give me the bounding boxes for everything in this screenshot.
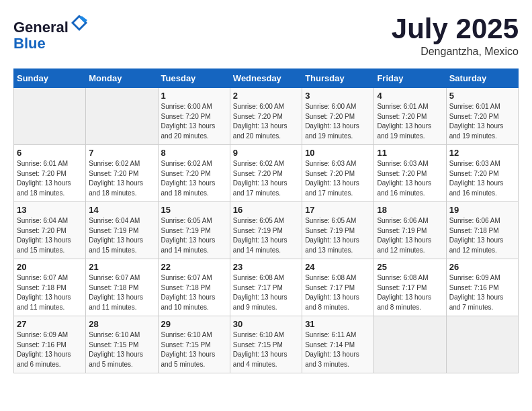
day-info: Sunrise: 6:02 AM Sunset: 7:20 PM Dayligh…: [233, 159, 299, 198]
weekday-label: Wednesday: [230, 69, 302, 88]
day-info: Sunrise: 6:02 AM Sunset: 7:20 PM Dayligh…: [89, 159, 154, 198]
day-info: Sunrise: 6:03 AM Sunset: 7:20 PM Dayligh…: [377, 159, 443, 198]
calendar-cell: 20Sunrise: 6:07 AM Sunset: 7:18 PM Dayli…: [14, 259, 86, 316]
day-number: 25: [377, 262, 443, 272]
calendar-cell: 12Sunrise: 6:03 AM Sunset: 7:20 PM Dayli…: [446, 145, 518, 202]
calendar-cell: 9Sunrise: 6:02 AM Sunset: 7:20 PM Daylig…: [230, 145, 302, 202]
calendar-cell: 30Sunrise: 6:10 AM Sunset: 7:15 PM Dayli…: [230, 316, 302, 373]
day-info: Sunrise: 6:01 AM Sunset: 7:20 PM Dayligh…: [449, 102, 515, 141]
day-number: 1: [161, 91, 227, 101]
calendar-cell: 18Sunrise: 6:06 AM Sunset: 7:19 PM Dayli…: [374, 202, 446, 259]
day-number: 29: [161, 319, 227, 329]
day-info: Sunrise: 6:07 AM Sunset: 7:18 PM Dayligh…: [161, 273, 227, 312]
weekday-label: Thursday: [302, 69, 374, 88]
calendar-cell: 3Sunrise: 6:00 AM Sunset: 7:20 PM Daylig…: [302, 88, 374, 145]
day-info: Sunrise: 6:10 AM Sunset: 7:15 PM Dayligh…: [161, 330, 227, 369]
day-info: Sunrise: 6:05 AM Sunset: 7:19 PM Dayligh…: [305, 216, 371, 255]
calendar-cell: 7Sunrise: 6:02 AM Sunset: 7:20 PM Daylig…: [86, 145, 158, 202]
logo-icon: [70, 13, 89, 32]
calendar-cell: 24Sunrise: 6:08 AM Sunset: 7:17 PM Dayli…: [302, 259, 374, 316]
calendar-table: SundayMondayTuesdayWednesdayThursdayFrid…: [13, 68, 519, 373]
day-info: Sunrise: 6:01 AM Sunset: 7:20 PM Dayligh…: [17, 159, 83, 198]
calendar-cell: 16Sunrise: 6:05 AM Sunset: 7:19 PM Dayli…: [230, 202, 302, 259]
day-info: Sunrise: 6:08 AM Sunset: 7:17 PM Dayligh…: [233, 273, 299, 312]
day-number: 4: [377, 91, 443, 101]
day-number: 3: [305, 91, 371, 101]
month-title: July 2025: [392, 13, 519, 44]
calendar-cell: [14, 88, 86, 145]
day-number: 2: [233, 91, 299, 101]
logo-blue: Blue: [13, 35, 46, 52]
day-info: Sunrise: 6:06 AM Sunset: 7:18 PM Dayligh…: [449, 216, 515, 255]
day-info: Sunrise: 6:08 AM Sunset: 7:17 PM Dayligh…: [305, 273, 371, 312]
day-number: 27: [17, 319, 83, 329]
calendar-cell: 26Sunrise: 6:09 AM Sunset: 7:16 PM Dayli…: [446, 259, 518, 316]
calendar-cell: 10Sunrise: 6:03 AM Sunset: 7:20 PM Dayli…: [302, 145, 374, 202]
calendar-week-row: 20Sunrise: 6:07 AM Sunset: 7:18 PM Dayli…: [14, 259, 519, 316]
day-info: Sunrise: 6:00 AM Sunset: 7:20 PM Dayligh…: [161, 102, 227, 141]
weekday-header-row: SundayMondayTuesdayWednesdayThursdayFrid…: [14, 69, 519, 88]
day-number: 12: [449, 148, 515, 158]
day-number: 6: [17, 148, 83, 158]
calendar-week-row: 6Sunrise: 6:01 AM Sunset: 7:20 PM Daylig…: [14, 145, 519, 202]
logo-general: General: [13, 19, 69, 36]
day-number: 17: [305, 205, 371, 215]
day-info: Sunrise: 6:09 AM Sunset: 7:16 PM Dayligh…: [17, 330, 83, 369]
day-info: Sunrise: 6:00 AM Sunset: 7:20 PM Dayligh…: [233, 102, 299, 141]
day-number: 8: [161, 148, 227, 158]
weekday-label: Sunday: [14, 69, 86, 88]
weekday-label: Saturday: [446, 69, 518, 88]
day-info: Sunrise: 6:07 AM Sunset: 7:18 PM Dayligh…: [17, 273, 83, 312]
day-number: 28: [89, 319, 154, 329]
calendar-cell: 17Sunrise: 6:05 AM Sunset: 7:19 PM Dayli…: [302, 202, 374, 259]
day-info: Sunrise: 6:02 AM Sunset: 7:20 PM Dayligh…: [161, 159, 227, 198]
calendar-cell: 8Sunrise: 6:02 AM Sunset: 7:20 PM Daylig…: [158, 145, 230, 202]
day-number: 11: [377, 148, 443, 158]
day-number: 22: [161, 262, 227, 272]
day-info: Sunrise: 6:00 AM Sunset: 7:20 PM Dayligh…: [305, 102, 371, 141]
calendar-week-row: 13Sunrise: 6:04 AM Sunset: 7:20 PM Dayli…: [14, 202, 519, 259]
day-info: Sunrise: 6:08 AM Sunset: 7:17 PM Dayligh…: [377, 273, 443, 312]
day-info: Sunrise: 6:03 AM Sunset: 7:20 PM Dayligh…: [305, 159, 371, 198]
day-info: Sunrise: 6:05 AM Sunset: 7:19 PM Dayligh…: [233, 216, 299, 255]
day-number: 5: [449, 91, 515, 101]
calendar-cell: 15Sunrise: 6:05 AM Sunset: 7:19 PM Dayli…: [158, 202, 230, 259]
calendar-cell: 25Sunrise: 6:08 AM Sunset: 7:17 PM Dayli…: [374, 259, 446, 316]
day-info: Sunrise: 6:07 AM Sunset: 7:18 PM Dayligh…: [89, 273, 154, 312]
calendar-week-row: 27Sunrise: 6:09 AM Sunset: 7:16 PM Dayli…: [14, 316, 519, 373]
day-info: Sunrise: 6:11 AM Sunset: 7:14 PM Dayligh…: [305, 330, 371, 369]
calendar-cell: 23Sunrise: 6:08 AM Sunset: 7:17 PM Dayli…: [230, 259, 302, 316]
day-number: 31: [305, 319, 371, 329]
day-number: 13: [17, 205, 83, 215]
day-number: 14: [89, 205, 154, 215]
day-info: Sunrise: 6:06 AM Sunset: 7:19 PM Dayligh…: [377, 216, 443, 255]
calendar-cell: 5Sunrise: 6:01 AM Sunset: 7:20 PM Daylig…: [446, 88, 518, 145]
calendar-cell: 27Sunrise: 6:09 AM Sunset: 7:16 PM Dayli…: [14, 316, 86, 373]
day-info: Sunrise: 6:10 AM Sunset: 7:15 PM Dayligh…: [89, 330, 154, 369]
logo: General Blue: [13, 13, 89, 52]
calendar-cell: [86, 88, 158, 145]
day-number: 26: [449, 262, 515, 272]
calendar-cell: 4Sunrise: 6:01 AM Sunset: 7:20 PM Daylig…: [374, 88, 446, 145]
day-info: Sunrise: 6:05 AM Sunset: 7:19 PM Dayligh…: [161, 216, 227, 255]
calendar-week-row: 1Sunrise: 6:00 AM Sunset: 7:20 PM Daylig…: [14, 88, 519, 145]
weekday-label: Monday: [86, 69, 158, 88]
calendar-cell: 11Sunrise: 6:03 AM Sunset: 7:20 PM Dayli…: [374, 145, 446, 202]
day-info: Sunrise: 6:04 AM Sunset: 7:19 PM Dayligh…: [89, 216, 154, 255]
day-number: 16: [233, 205, 299, 215]
day-info: Sunrise: 6:10 AM Sunset: 7:15 PM Dayligh…: [233, 330, 299, 369]
day-number: 30: [233, 319, 299, 329]
day-info: Sunrise: 6:09 AM Sunset: 7:16 PM Dayligh…: [449, 273, 515, 312]
day-number: 18: [377, 205, 443, 215]
day-info: Sunrise: 6:01 AM Sunset: 7:20 PM Dayligh…: [377, 102, 443, 141]
day-number: 21: [89, 262, 154, 272]
day-number: 23: [233, 262, 299, 272]
calendar-body: 1Sunrise: 6:00 AM Sunset: 7:20 PM Daylig…: [14, 88, 519, 373]
day-number: 10: [305, 148, 371, 158]
day-info: Sunrise: 6:03 AM Sunset: 7:20 PM Dayligh…: [449, 159, 515, 198]
day-number: 15: [161, 205, 227, 215]
day-number: 9: [233, 148, 299, 158]
calendar-cell: 2Sunrise: 6:00 AM Sunset: 7:20 PM Daylig…: [230, 88, 302, 145]
calendar-cell: [446, 316, 518, 373]
title-block: July 2025 Dengantzha, Mexico: [392, 13, 519, 58]
